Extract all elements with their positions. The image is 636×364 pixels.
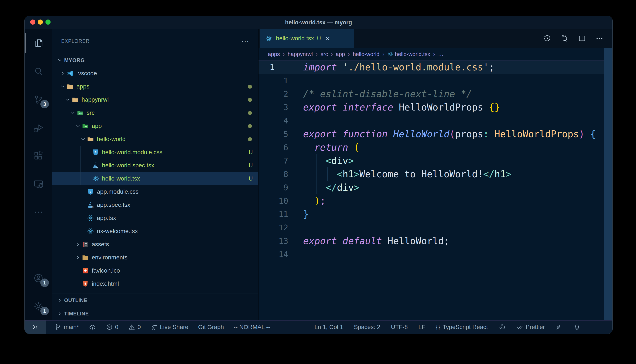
minimize-window-button[interactable] (38, 20, 43, 24)
code-line[interactable]: 10 ); (259, 194, 612, 208)
code-token: < (326, 155, 331, 166)
zoom-window-button[interactable] (46, 20, 51, 24)
activity-item-source-control[interactable]: 3 (25, 85, 52, 114)
code-line[interactable]: 5export function HelloWorld(props: Hello… (259, 127, 612, 141)
code-token: > (354, 182, 359, 193)
status-item-bell[interactable] (573, 324, 580, 331)
code-line[interactable]: 1import './hello-world.module.css'; (259, 60, 612, 74)
status-item-spaces-2[interactable]: Spaces: 2 (354, 324, 380, 330)
activity-item-more[interactable] (25, 198, 52, 226)
tab-hello-world-tsx[interactable]: hello-world.tsx U × (260, 29, 354, 48)
breadcrumb-item-app[interactable]: app (336, 51, 345, 58)
status-item-label: TypeScript React (443, 324, 488, 330)
breadcrumb-separator-icon: › (331, 51, 333, 58)
tree-item-nx-welcome-tsx[interactable]: nx-welcome.tsx (52, 225, 258, 238)
tree-item-happynrwl[interactable]: happynrwl (52, 93, 258, 106)
code-token: function (342, 128, 387, 139)
breadcrumb-item-hello-world-tsx[interactable]: hello-world.tsx (387, 51, 430, 58)
tree-item-hello-world-tsx[interactable]: hello-world.tsxU (52, 172, 258, 185)
tree-item-assets[interactable]: assets (52, 238, 258, 251)
code-token: HelloWorldProps (495, 128, 579, 139)
tree-item-app-module-css[interactable]: 3app.module.css (52, 185, 258, 198)
code-token (337, 236, 343, 246)
sidebar-more-actions-button[interactable]: ⋯ (241, 39, 249, 44)
code-line[interactable]: 2/* eslint-disable-next-line */ (259, 87, 612, 100)
status-item-normal[interactable]: -- NORMAL -- (234, 324, 270, 330)
close-window-button[interactable] (30, 20, 35, 24)
status-item-git-graph[interactable]: Git Graph (198, 324, 224, 330)
more-icon[interactable] (595, 34, 603, 42)
status-item-0[interactable]: 0 (106, 324, 119, 331)
tree-root-myorg[interactable]: MYORG (52, 54, 258, 67)
activity-item-run-debug[interactable] (25, 114, 52, 142)
status-item-lf[interactable]: LF (418, 324, 425, 330)
status-item-prettier[interactable]: Prettier (516, 324, 545, 331)
compare-changes-icon[interactable] (561, 34, 569, 42)
badge: 1 (40, 307, 49, 315)
tree-item-hello-world-module-css[interactable]: 3hello-world.module.cssU (52, 146, 258, 159)
history-icon[interactable] (543, 34, 551, 42)
breadcrumb-item-apps[interactable]: apps (268, 51, 280, 58)
activity-item-search[interactable] (25, 57, 52, 85)
tree-item-index-html[interactable]: 5index.html (52, 277, 258, 290)
tree-item-hello-world[interactable]: hello-world (52, 132, 258, 146)
breadcrumb-item-happynrwl[interactable]: happynrwl (288, 51, 313, 58)
tree-item-environments[interactable]: environments (52, 251, 258, 264)
status-item-typescript-react[interactable]: {}TypeScript React (436, 324, 488, 330)
code-line[interactable]: 14 (259, 248, 612, 261)
code-line[interactable]: 6 return ( (259, 141, 612, 154)
status-item-copilot[interactable] (499, 324, 506, 331)
git-modified-dot-icon (248, 124, 252, 128)
status-left-group: main*00Live ShareGit Graph-- NORMAL -- (54, 324, 270, 331)
breadcrumb-label: hello-world (353, 51, 380, 58)
breadcrumb-item-src[interactable]: src (321, 51, 328, 58)
code-line[interactable]: 3export interface HelloWorldProps {} (259, 100, 612, 114)
activity-item-files[interactable] (25, 29, 52, 57)
timeline-section-header[interactable]: TIMELINE (52, 307, 258, 320)
tree-item-apps[interactable]: apps (52, 80, 258, 93)
svg-text:TS: TS (91, 206, 93, 208)
remote-indicator[interactable] (25, 320, 46, 334)
status-item-main[interactable]: main* (54, 324, 79, 331)
code-line[interactable]: 13export default HelloWorld; (259, 234, 612, 248)
status-item-utf-8[interactable]: UTF-8 (391, 324, 408, 330)
editor-scrollbar[interactable] (604, 48, 612, 320)
activity-item-extensions[interactable] (25, 142, 52, 170)
code-line[interactable]: 12 (259, 221, 612, 234)
outline-section-header[interactable]: OUTLINE (52, 294, 258, 307)
status-item-0[interactable]: 0 (128, 324, 141, 331)
tree-item-hello-world-spec-tsx[interactable]: TShello-world.spec.tsxU (52, 159, 258, 172)
titlebar: hello-world.tsx — myorg (25, 16, 612, 29)
activity-item-remote-explorer[interactable] (25, 170, 52, 198)
activity-item-settings[interactable]: 1 (25, 292, 52, 320)
status-item-sync[interactable] (89, 324, 96, 331)
code-line[interactable]: 8 <h1>Welcome to HelloWorld!</h1> (259, 167, 612, 181)
copilot-icon (499, 324, 506, 331)
status-item-ln-1-col-1[interactable]: Ln 1, Col 1 (314, 324, 343, 330)
close-tab-icon[interactable]: × (326, 35, 330, 42)
tree-item-label: app.spec.tsx (97, 202, 130, 208)
editor-group: hello-world.tsx U × apps›happynrwl›src›a… (259, 29, 612, 320)
tree-item-favicon-ico[interactable]: favicon.ico (52, 264, 258, 277)
breadcrumb-item-hello-world[interactable]: hello-world (353, 51, 380, 58)
tree-item-label: happynrwl (82, 96, 109, 103)
tree-item-app[interactable]: app (52, 120, 258, 132)
tree-item-app-spec-tsx[interactable]: TSapp.spec.tsx (52, 198, 258, 212)
tree-item-vscode[interactable]: .vscode (52, 67, 258, 80)
status-item-live-share[interactable]: Live Share (151, 324, 188, 331)
tree-item-src[interactable]: </>src (52, 106, 258, 120)
code-line[interactable]: 11} (259, 208, 612, 221)
live-share-icon (151, 324, 158, 331)
code-line[interactable]: 7 <div> (259, 154, 612, 167)
breadcrumb-item-[interactable]: … (438, 51, 444, 58)
split-editor-icon[interactable] (578, 34, 586, 42)
status-item-label: LF (418, 324, 425, 330)
code-editor[interactable]: 1import './hello-world.module.css';12/* … (259, 60, 612, 320)
code-line[interactable]: 4 (259, 114, 612, 127)
status-item-feedback[interactable] (555, 324, 563, 331)
code-line[interactable]: 1 (259, 74, 612, 87)
activity-item-accounts[interactable]: 1 (25, 264, 52, 292)
code-line[interactable]: 9 </div> (259, 181, 612, 194)
tree-item-app-tsx[interactable]: app.tsx (52, 212, 258, 225)
error-icon (106, 324, 113, 331)
